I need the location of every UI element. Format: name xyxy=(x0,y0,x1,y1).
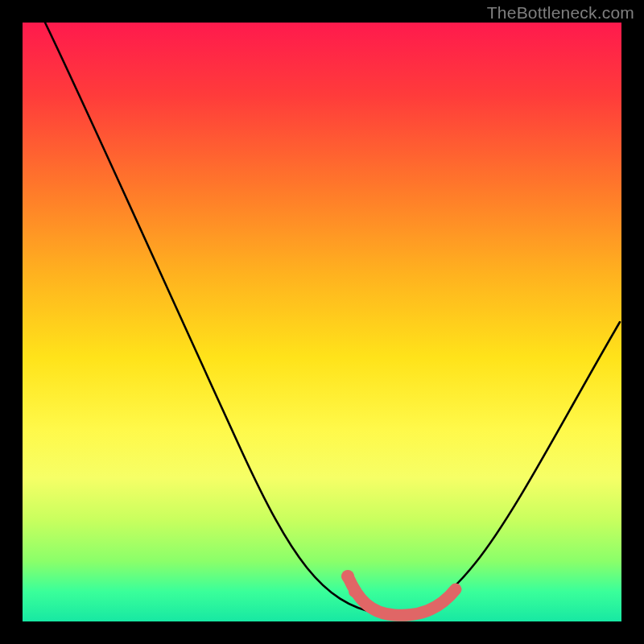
gradient-background xyxy=(23,23,621,621)
watermark-label: TheBottleneck.com xyxy=(487,3,634,23)
chart-stage: TheBottleneck.com xyxy=(0,0,644,644)
